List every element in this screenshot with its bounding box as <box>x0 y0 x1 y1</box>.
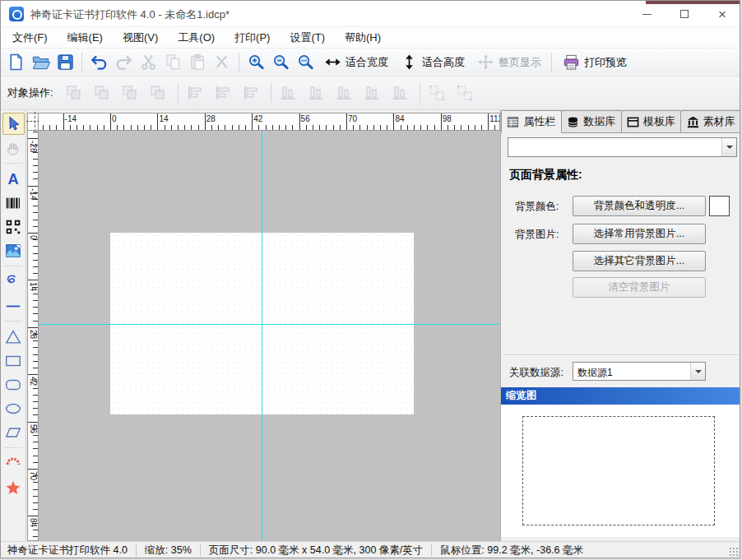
menu-help[interactable]: 帮助(H) <box>335 27 391 48</box>
new-document-button[interactable] <box>3 51 28 74</box>
ruler-label: 112 <box>489 114 500 123</box>
background-color-swatch[interactable] <box>709 196 730 216</box>
align-center-button[interactable] <box>211 81 235 104</box>
select-common-background-button[interactable]: 选择常用背景图片... <box>573 224 706 244</box>
tab-properties[interactable]: 属性栏 <box>501 110 562 133</box>
ruler-tick <box>33 361 38 362</box>
ruler-tick <box>475 125 475 130</box>
status-mouse-position: 鼠标位置: 99.2 毫米, -36.6 毫米 <box>440 544 583 558</box>
maximize-button[interactable] <box>665 1 703 27</box>
chevron-down-icon[interactable] <box>690 363 705 380</box>
menu-print[interactable]: 打印(P) <box>225 27 280 48</box>
ungroup-button[interactable] <box>452 81 477 104</box>
distribute-v-button[interactable] <box>387 81 412 104</box>
tab-materials[interactable]: 素材库 <box>680 110 740 133</box>
send-to-back-button[interactable] <box>90 81 114 104</box>
ruler-tick <box>33 448 38 449</box>
whole-page-button-label: 整页显示 <box>499 55 541 70</box>
seal-tool[interactable] <box>2 452 25 474</box>
menu-edit[interactable]: 编辑(E) <box>58 27 113 48</box>
ruler-tick <box>218 125 219 130</box>
text-tool[interactable]: A <box>2 168 25 190</box>
canvas-area: -14014284256708498112 -28-14014284256708… <box>26 110 500 541</box>
menu-file[interactable]: 文件(F) <box>2 27 58 48</box>
tab-templates[interactable]: 模板库 <box>621 110 682 133</box>
group-button[interactable] <box>424 81 449 104</box>
save-button[interactable] <box>53 51 77 74</box>
image-tool[interactable] <box>2 239 25 261</box>
resize-grip[interactable] <box>729 547 740 558</box>
ruler-tick <box>33 313 38 314</box>
bring-forward-button[interactable] <box>118 81 142 104</box>
ruler-tick <box>299 113 300 130</box>
print-preview-button[interactable]: 打印预览 <box>556 51 633 74</box>
line-tool[interactable] <box>2 294 25 317</box>
rounded-rect-tool[interactable] <box>2 373 25 396</box>
menu-settings[interactable]: 设置(T) <box>280 27 335 48</box>
rectangle-tool[interactable] <box>2 349 25 372</box>
menu-tools[interactable]: 工具(O) <box>168 27 225 48</box>
ruler-tick <box>33 401 38 402</box>
clear-background-button[interactable]: 清空背景图片 <box>573 277 706 298</box>
send-backward-button[interactable] <box>146 81 170 104</box>
ruler-label: 42 <box>253 114 262 123</box>
align-middle-button[interactable] <box>304 81 328 104</box>
paste-button[interactable] <box>185 51 210 74</box>
copy-button[interactable] <box>160 51 185 74</box>
bring-to-front-button[interactable] <box>62 81 86 104</box>
hand-tool[interactable] <box>2 137 25 159</box>
curve-tool[interactable] <box>2 271 25 293</box>
ruler-tick <box>49 125 50 130</box>
parallelogram-tool[interactable] <box>2 421 25 443</box>
align-left-button[interactable] <box>183 81 207 104</box>
fit-width-button[interactable]: 适合宽度 <box>318 51 394 74</box>
app-window: 神奇证卡证书打印软件 4.0 - 未命名1.idcp* × 文件(F)编辑(E)… <box>0 0 740 558</box>
copy-icon <box>164 53 183 72</box>
obj-group-icon <box>455 83 475 103</box>
thumbnail-area <box>501 405 740 537</box>
ruler-tick <box>33 273 38 274</box>
zoom-out-button[interactable] <box>268 51 293 74</box>
background-color-button[interactable]: 背景颜色和透明度... <box>573 196 706 216</box>
tab-database[interactable]: 数据库 <box>561 110 622 133</box>
open-document-button[interactable] <box>28 51 53 74</box>
ruler-tick <box>33 442 38 442</box>
fit-height-button[interactable]: 适合高度 <box>394 51 471 74</box>
close-button[interactable]: × <box>703 1 740 27</box>
qrcode-tool[interactable] <box>2 215 25 238</box>
select-other-background-button[interactable]: 选择其它背景图片... <box>573 251 706 271</box>
cut-button[interactable] <box>136 51 160 74</box>
ruler-label: 70 <box>348 114 357 123</box>
zoom-ratio-button[interactable] <box>293 51 318 74</box>
move-4way-icon <box>476 53 495 72</box>
delete-button[interactable] <box>210 51 234 74</box>
redo-button[interactable] <box>111 51 136 74</box>
align-right-button[interactable] <box>239 81 263 104</box>
chevron-down-icon[interactable] <box>721 138 736 156</box>
ruler-label: -14 <box>65 114 77 123</box>
align-top-button[interactable] <box>276 81 300 104</box>
triangle-tool[interactable] <box>2 326 25 348</box>
ruler-tick <box>313 125 313 130</box>
minimize-button[interactable] <box>628 1 665 27</box>
toolbar-separator <box>271 83 271 103</box>
title-bar: 神奇证卡证书打印软件 4.0 - 未命名1.idcp* × <box>1 1 740 27</box>
ruler-tick <box>239 125 239 130</box>
whole-page-button[interactable]: 整页显示 <box>471 51 547 74</box>
select-tool[interactable] <box>2 113 25 135</box>
menu-view[interactable]: 视图(V) <box>113 27 168 48</box>
zoom-in-button[interactable] <box>243 51 268 74</box>
star-tool[interactable] <box>2 476 25 498</box>
distribute-h-button[interactable] <box>359 81 384 104</box>
undo-button[interactable] <box>86 51 111 74</box>
object-selector-combo[interactable] <box>508 137 737 157</box>
barcode-tool[interactable] <box>2 192 25 214</box>
ruler-tick <box>33 435 38 436</box>
ellipse-tool[interactable] <box>2 397 25 419</box>
datasource-combo[interactable]: 数据源1 <box>573 362 706 381</box>
ruler-tick <box>401 125 401 130</box>
minimize-icon <box>642 14 652 15</box>
align-bottom-button[interactable] <box>332 81 356 104</box>
ruler-tick <box>494 125 495 130</box>
design-canvas[interactable] <box>39 131 500 541</box>
